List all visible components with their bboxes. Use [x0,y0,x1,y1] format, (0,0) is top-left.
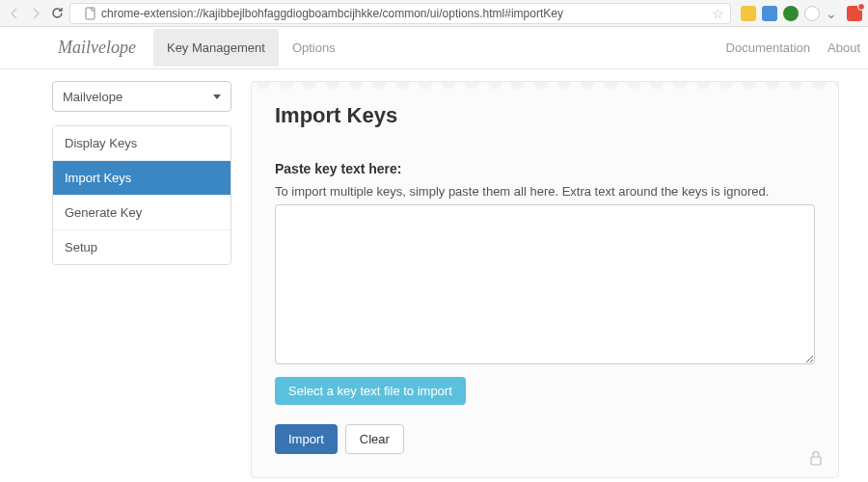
page-title: Import Keys [275,103,815,128]
ext-icon-3[interactable] [783,6,799,21]
ext-icon-2[interactable] [762,6,777,21]
help-text: To import multiple keys, simply paste th… [275,184,815,199]
app-navbar: Mailvelope Key Management Options Docume… [0,27,868,69]
paste-key-label: Paste key text here: [275,161,815,176]
ext-icon-4[interactable] [804,6,820,21]
nav-link-documentation[interactable]: Documentation [726,40,810,55]
url-text: chrome-extension://kajibbejlbohfaggdiogb… [101,7,708,20]
browser-toolbar: chrome-extension://kajibbejlbohfaggdiogb… [0,0,868,27]
address-bar[interactable]: chrome-extension://kajibbejlbohfaggdiogb… [69,3,731,24]
keyring-select[interactable]: Mailvelope [52,81,231,112]
back-button[interactable] [6,5,23,22]
sidebar-item-setup[interactable]: Setup [53,230,231,264]
nav-link-about[interactable]: About [827,40,860,55]
lock-icon [809,450,823,469]
sidebar-item-import-keys[interactable]: Import Keys [53,161,231,196]
extension-icons: ⌄ [741,6,862,21]
svg-rect-0 [86,8,95,19]
svg-rect-1 [811,457,821,465]
page-icon [84,7,97,20]
clear-button[interactable]: Clear [345,424,404,454]
sidebar-item-display-keys[interactable]: Display Keys [53,126,231,161]
brand-logo[interactable]: Mailvelope [58,38,136,58]
key-text-input[interactable] [275,204,815,364]
select-file-button[interactable]: Select a key text file to import [275,377,466,405]
reload-button[interactable] [48,5,66,22]
ext-icon-5[interactable] [847,6,862,21]
ext-icon-1[interactable] [741,6,756,21]
sidebar-item-generate-key[interactable]: Generate Key [53,196,231,230]
tab-key-management[interactable]: Key Management [153,29,279,67]
pocket-icon[interactable]: ⌄ [826,6,841,21]
sidebar: Mailvelope Display Keys Import Keys Gene… [52,81,231,478]
content-container: Mailvelope Display Keys Import Keys Gene… [0,69,868,478]
main-panel: Import Keys Paste key text here: To impo… [251,81,839,478]
forward-button[interactable] [27,5,44,22]
bookmark-star-icon[interactable]: ☆ [712,6,724,21]
sidebar-menu: Display Keys Import Keys Generate Key Se… [52,125,231,265]
import-button[interactable]: Import [275,424,338,454]
keyring-select-label: Mailvelope [63,90,122,104]
caret-down-icon [213,94,221,99]
tab-options[interactable]: Options [279,29,349,67]
